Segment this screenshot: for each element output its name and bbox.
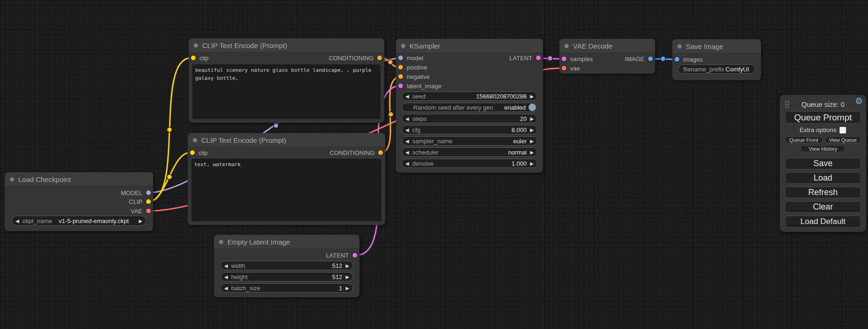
node-empty-latent-image[interactable]: Empty Latent Image LATENT ◀ width 512 ▶ … bbox=[214, 235, 360, 297]
widget-random-seed-toggle[interactable]: Random seed after every gen enabled bbox=[402, 103, 537, 112]
widget-cfg[interactable]: ◀ cfg 8.000 ▶ bbox=[402, 125, 537, 134]
node-title-bar[interactable]: CLIP Text Encode (Prompt) bbox=[188, 133, 385, 147]
output-slot-latent[interactable] bbox=[353, 253, 357, 258]
widget-value[interactable]: 512 bbox=[245, 262, 342, 269]
output-slot-latent[interactable] bbox=[536, 56, 541, 60]
node-title: Empty Latent Image bbox=[227, 238, 290, 246]
prompt-textarea[interactable]: text, watermark bbox=[191, 159, 381, 221]
node-title-bar[interactable]: Load Checkpoint bbox=[5, 172, 153, 187]
increment-arrow-icon[interactable]: ▶ bbox=[135, 218, 146, 224]
widget-value[interactable]: 1 bbox=[260, 285, 342, 292]
decrement-arrow-icon[interactable]: ◀ bbox=[221, 263, 231, 268]
output-slot-conditioning[interactable] bbox=[377, 56, 382, 60]
widget-value[interactable]: euler bbox=[452, 138, 527, 145]
increment-arrow-icon[interactable]: ▶ bbox=[527, 161, 537, 166]
decrement-arrow-icon[interactable]: ◀ bbox=[402, 150, 412, 155]
output-label: MODEL bbox=[121, 189, 142, 196]
output-slot-conditioning[interactable] bbox=[378, 150, 383, 155]
widget-value[interactable]: 512 bbox=[247, 273, 342, 280]
increment-arrow-icon[interactable]: ▶ bbox=[342, 286, 353, 291]
node-clip-text-encode-negative[interactable]: CLIP Text Encode (Prompt) clip CONDITION… bbox=[188, 133, 385, 225]
view-queue-button[interactable]: View Queue bbox=[825, 136, 861, 143]
widget-value[interactable]: 20 bbox=[427, 115, 527, 122]
widget-label: cfg bbox=[412, 126, 420, 133]
node-title-bar[interactable]: KSampler bbox=[396, 39, 543, 53]
increment-arrow-icon[interactable]: ▶ bbox=[527, 116, 537, 121]
decrement-arrow-icon[interactable]: ◀ bbox=[402, 116, 412, 121]
widget-steps[interactable]: ◀ steps 20 ▶ bbox=[402, 114, 537, 123]
increment-arrow-icon[interactable]: ▶ bbox=[527, 94, 537, 99]
clear-button[interactable]: Clear bbox=[785, 201, 861, 213]
queue-prompt-button[interactable]: Queue Prompt bbox=[785, 111, 861, 124]
node-title-bar[interactable]: CLIP Text Encode (Prompt) bbox=[189, 38, 384, 53]
widget-value[interactable]: 8.000 bbox=[420, 126, 527, 133]
input-slot-images[interactable] bbox=[675, 57, 679, 62]
input-slot-clip[interactable] bbox=[190, 150, 195, 155]
node-title-bar[interactable]: VAE Decode bbox=[559, 39, 655, 53]
widget-value[interactable]: 156680208700286 bbox=[425, 93, 527, 100]
view-history-button[interactable]: View History bbox=[800, 145, 846, 152]
input-slot-latent-image[interactable] bbox=[398, 84, 403, 88]
widget-ckpt-name[interactable]: ◀ ckpt_name v1-5-pruned-emaonly.ckpt ▶ bbox=[12, 216, 146, 226]
widget-value[interactable]: 1.000 bbox=[434, 160, 527, 167]
input-slot-vae[interactable] bbox=[562, 66, 566, 70]
input-slot-negative[interactable] bbox=[398, 74, 403, 79]
widget-sampler-name[interactable]: ◀ sampler_name euler ▶ bbox=[402, 136, 537, 146]
decrement-arrow-icon[interactable]: ◀ bbox=[221, 274, 231, 280]
widget-seed[interactable]: ◀ seed 156680208700286 ▶ bbox=[402, 91, 537, 101]
output-slot-image[interactable] bbox=[648, 56, 653, 61]
extra-options-checkbox[interactable] bbox=[840, 127, 846, 133]
widget-denoise[interactable]: ◀ denoise 1.000 ▶ bbox=[402, 159, 537, 168]
save-button[interactable]: Save bbox=[785, 158, 861, 169]
node-collapse-dot-icon[interactable] bbox=[193, 138, 197, 142]
decrement-arrow-icon[interactable]: ◀ bbox=[12, 218, 22, 224]
input-slot-clip[interactable] bbox=[191, 56, 196, 60]
output-slot-vae[interactable] bbox=[146, 209, 151, 213]
output-label: VAE bbox=[131, 208, 142, 215]
load-button[interactable]: Load bbox=[785, 172, 861, 184]
toggle-enabled-icon[interactable] bbox=[529, 104, 536, 111]
node-title-bar[interactable]: Save Image bbox=[672, 39, 761, 54]
increment-arrow-icon[interactable]: ▶ bbox=[342, 263, 353, 268]
load-default-button[interactable]: Load Default bbox=[785, 216, 861, 228]
prompt-textarea[interactable]: beautiful scenery nature glass bottle la… bbox=[192, 64, 381, 119]
input-slot-samples[interactable] bbox=[562, 56, 566, 61]
decrement-arrow-icon[interactable]: ◀ bbox=[402, 139, 412, 144]
increment-arrow-icon[interactable]: ▶ bbox=[527, 127, 537, 133]
node-title-bar[interactable]: Empty Latent Image bbox=[214, 235, 360, 249]
output-slot-clip[interactable] bbox=[146, 199, 151, 204]
decrement-arrow-icon[interactable]: ◀ bbox=[402, 94, 412, 99]
increment-arrow-icon[interactable]: ▶ bbox=[342, 274, 353, 280]
widget-filename-prefix[interactable]: filename_prefix ComfyUI bbox=[678, 64, 755, 74]
node-save-image[interactable]: Save Image images filename_prefix ComfyU… bbox=[672, 39, 761, 80]
node-collapse-dot-icon[interactable] bbox=[10, 177, 14, 182]
widget-scheduler[interactable]: ◀ scheduler normal ▶ bbox=[402, 147, 537, 157]
node-vae-decode[interactable]: VAE Decode samples vae IMAGE bbox=[559, 39, 655, 74]
widget-value[interactable]: ComfyUI bbox=[724, 66, 750, 73]
node-collapse-dot-icon[interactable] bbox=[565, 44, 569, 48]
node-clip-text-encode-positive[interactable]: CLIP Text Encode (Prompt) clip CONDITION… bbox=[189, 38, 384, 123]
widget-width[interactable]: ◀ width 512 ▶ bbox=[220, 261, 353, 270]
output-slot-model[interactable] bbox=[146, 190, 151, 195]
decrement-arrow-icon[interactable]: ◀ bbox=[221, 286, 231, 291]
widget-label: scheduler bbox=[412, 149, 438, 156]
widget-batch-size[interactable]: ◀ batch_size 1 ▶ bbox=[220, 283, 353, 293]
gear-icon[interactable]: ⚙ bbox=[855, 97, 863, 105]
node-collapse-dot-icon[interactable] bbox=[677, 44, 682, 49]
input-slot-positive[interactable] bbox=[398, 65, 403, 70]
input-slot-model[interactable] bbox=[398, 56, 403, 60]
refresh-button[interactable]: Refresh bbox=[785, 187, 861, 198]
decrement-arrow-icon[interactable]: ◀ bbox=[402, 127, 412, 133]
node-collapse-dot-icon[interactable] bbox=[401, 44, 405, 48]
node-ksampler[interactable]: KSampler model positive negative latent_… bbox=[396, 39, 543, 173]
node-collapse-dot-icon[interactable] bbox=[219, 240, 223, 244]
increment-arrow-icon[interactable]: ▶ bbox=[527, 139, 537, 144]
widget-value[interactable]: normal bbox=[438, 149, 527, 156]
increment-arrow-icon[interactable]: ▶ bbox=[527, 150, 537, 155]
widget-value[interactable]: v1-5-pruned-emaonly.ckpt bbox=[52, 217, 135, 224]
node-collapse-dot-icon[interactable] bbox=[194, 43, 198, 48]
queue-front-button[interactable]: Queue Front bbox=[785, 136, 823, 143]
widget-height[interactable]: ◀ height 512 ▶ bbox=[220, 272, 353, 281]
decrement-arrow-icon[interactable]: ◀ bbox=[402, 161, 412, 166]
node-load-checkpoint[interactable]: Load Checkpoint MODEL CLIP VAE ◀ ckpt_na… bbox=[5, 172, 153, 231]
